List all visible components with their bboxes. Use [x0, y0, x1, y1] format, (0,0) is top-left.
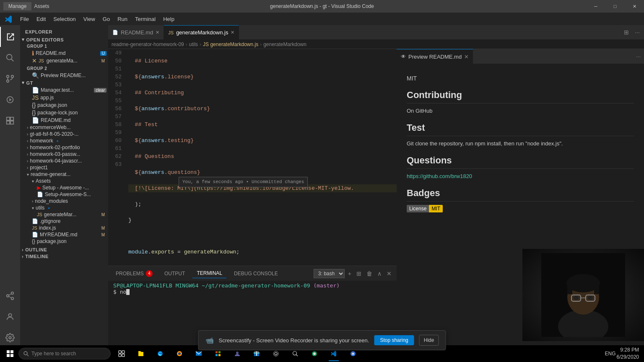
sidebar-item-generatemarkdown[interactable]: ✕ JS generateMa... M [20, 57, 108, 65]
menu-go[interactable]: Go [99, 14, 113, 24]
tab-generatemarkdown[interactable]: JS generateMarkdown.js ✕ [164, 25, 239, 39]
sidebar-item-indexjs[interactable]: JS index.js M [20, 225, 108, 231]
group1-header[interactable]: GROUP 1 [20, 43, 108, 49]
svg-rect-40 [122, 354, 125, 357]
menu-selection[interactable]: Selection [50, 14, 79, 24]
activity-search[interactable] [0, 48, 20, 68]
sidebar-item-setup-awesome[interactable]: ▶ Setup - Awesome -... [20, 184, 108, 191]
activity-extensions[interactable] [0, 111, 20, 131]
sidebar-item-preview-readme[interactable]: 🔍 Preview README... [20, 72, 108, 79]
activity-settings[interactable] [0, 328, 20, 348]
svg-line-58 [296, 355, 298, 357]
split-editor-btn[interactable]: ⊞ [621, 27, 631, 37]
terminal-trash-btn[interactable]: 🗑 [365, 269, 374, 278]
code-content[interactable]: 4950515253 5455565758 5960616263 ## Lice… [108, 49, 397, 266]
terminal-split-btn[interactable]: ⊞ [355, 269, 363, 278]
terminal-bash-select[interactable]: 3: bash [314, 269, 345, 278]
menu-run[interactable]: Run [114, 14, 131, 24]
sidebar-folder-assets[interactable]: ▾ Assets [20, 178, 108, 184]
sidebar-folder-ecommerce[interactable]: › ecommerceWeb... [20, 124, 108, 131]
maximize-btn[interactable]: □ [605, 0, 625, 13]
breadcrumb-utils[interactable]: utils [189, 41, 198, 47]
terminal-tab-terminal[interactable]: TERMINAL [192, 269, 226, 278]
sidebar-item-myreadme[interactable]: 📄 MYREADME.md M [20, 231, 108, 238]
preview-contributing-heading: Contributing [407, 90, 634, 103]
menu-view[interactable]: View [80, 14, 99, 24]
group2-header[interactable]: GROUP 2 [20, 65, 108, 72]
preview-test-text: Git clone the repository, run npm instal… [407, 140, 634, 148]
preview-tab[interactable]: 👁 Preview README.md ✕ [397, 49, 473, 64]
sidebar-item-readme[interactable]: ℹ README.md U [20, 49, 108, 57]
taskbar-task-view[interactable] [112, 345, 131, 362]
svg-rect-24 [567, 282, 572, 294]
tab-readme[interactable]: 📄 README.md ✕ [108, 25, 164, 39]
activity-accounts[interactable] [0, 307, 20, 327]
taskbar-search[interactable]: Type here to search [18, 348, 111, 359]
sidebar-item-appjs[interactable]: JS app.js [20, 94, 108, 101]
close-btn[interactable]: ✕ [625, 0, 644, 13]
outline-header[interactable]: › OUTLINE [20, 246, 108, 253]
hide-notification-button[interactable]: Hide [419, 335, 439, 346]
sidebar-item-generatemar[interactable]: JS generateMar... M [20, 211, 108, 218]
breadcrumb-fn[interactable]: generateMarkdown [263, 41, 306, 47]
more-actions-btn[interactable]: ··· [632, 27, 642, 37]
terminal-add-btn[interactable]: + [346, 269, 353, 278]
gt-folder-header[interactable]: ▾ GT [20, 79, 108, 86]
svg-point-60 [313, 352, 316, 355]
svg-point-4 [11, 75, 14, 78]
sidebar-folder-utils[interactable]: ▾ utils ● [20, 204, 108, 211]
sidebar-folder-readme-gen[interactable]: ▾ readme-generat... [20, 171, 108, 178]
sidebar-item-manager-test[interactable]: 📄 Manager.test... clear [20, 86, 108, 94]
notification-bar: 📹 Screencastify - Screen Video Recorder … [198, 330, 446, 350]
breadcrumb-root[interactable]: readme-generator-homework-09 [112, 41, 184, 47]
svg-point-56 [273, 351, 278, 356]
sidebar-item-packagejson[interactable]: {} package.json [20, 101, 108, 109]
activity-git[interactable] [0, 69, 20, 89]
taskbar-firefox[interactable] [170, 345, 189, 362]
terminal-tab-output[interactable]: OUTPUT [160, 269, 189, 278]
svg-line-16 [9, 296, 11, 298]
svg-line-15 [9, 294, 11, 295]
preview-github-link[interactable]: https://github.com/brw1820 [407, 173, 472, 179]
start-button[interactable] [2, 345, 18, 362]
open-editors-header[interactable]: ▾ OPEN EDITORS [20, 36, 108, 43]
timeline-header[interactable]: › TIMELINE [20, 253, 108, 260]
taskbar-edge[interactable] [151, 345, 169, 362]
taskbar-files[interactable] [132, 345, 150, 362]
tabs-toolbar: ⊞ ··· [620, 25, 644, 39]
terminal-close-btn[interactable]: ✕ [385, 269, 393, 278]
svg-line-36 [27, 354, 29, 356]
svg-point-18 [9, 336, 11, 339]
sidebar-item-package-json2[interactable]: {} package.json [20, 238, 108, 245]
sidebar-folder-project1[interactable]: › project1 [20, 164, 108, 171]
sidebar-item-setup-awesome-s[interactable]: 📄 Setup-Awesome-S... [20, 191, 108, 198]
activity-live-share[interactable] [0, 286, 20, 306]
sidebar-folder-node-modules[interactable]: › node_modules [20, 198, 108, 204]
menu-help[interactable]: Help [160, 14, 178, 24]
sidebar-folder-homework04[interactable]: › homework-04-javascr... [20, 158, 108, 164]
code-text[interactable]: ## License ${answers.license} ## Contrib… [125, 49, 397, 266]
menu-edit[interactable]: Edit [33, 14, 49, 24]
manage-btn[interactable]: Manage [3, 2, 31, 10]
taskbar-lang: ENG [605, 351, 616, 357]
terminal-tab-debug[interactable]: DEBUG CONSOLE [230, 269, 282, 278]
minimize-btn[interactable]: ─ [586, 0, 605, 13]
sidebar-folder-gt-atl[interactable]: › gt-atl-fsf-ft-05-2020-... [20, 131, 108, 137]
sidebar-folder-homework[interactable]: › homework ● [20, 137, 108, 144]
menu-terminal[interactable]: Terminal [132, 14, 159, 24]
sidebar-folder-homework02[interactable]: › homework-02-portfolio [20, 144, 108, 151]
sidebar-folder-homework03[interactable]: › homework-03-passw... [20, 151, 108, 158]
activity-debug[interactable] [0, 90, 20, 110]
breadcrumb-file[interactable]: JS generateMarkdown.js [203, 41, 258, 47]
activity-explorer[interactable] [0, 27, 20, 47]
sidebar-item-packagelockjson[interactable]: {} package-lock.json [20, 109, 108, 116]
sidebar-item-gitignore[interactable]: 📄 .gitignore [20, 218, 108, 225]
preview-close-btn[interactable]: ✕ [464, 54, 469, 60]
terminal-collapse-btn[interactable]: ∧ [376, 269, 383, 278]
sidebar-item-readme2[interactable]: 📄 README.md [20, 116, 108, 124]
notification-text: Screencastify - Screen Video Recorder is… [219, 337, 369, 344]
menu-file[interactable]: File [17, 14, 32, 24]
preview-toolbar-more[interactable]: ··· [636, 53, 644, 59]
stop-sharing-button[interactable]: Stop sharing [374, 335, 414, 345]
terminal-tab-problems[interactable]: PROBLEMS 4 [112, 269, 157, 279]
